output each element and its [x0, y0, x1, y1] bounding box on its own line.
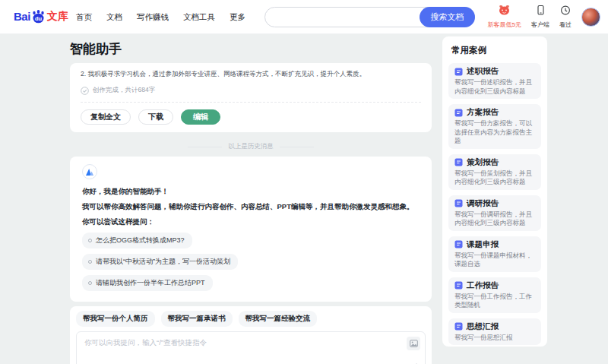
doc-case-icon	[454, 109, 463, 117]
case-desc: 帮我写一份方案报告，可以选择任意内容为方案报告主题	[454, 119, 538, 146]
case-card-sixiang[interactable]: 思想汇报 帮我写一份思想汇报	[448, 318, 541, 346]
case-title: 思想汇报	[467, 321, 499, 332]
case-card-fangan[interactable]: 方案报告 帮我写一份方案报告，可以选择任意内容为方案报告主题	[448, 104, 541, 149]
case-title: 工作报告	[467, 280, 499, 291]
case-card-shuzhi[interactable]: 述职报告 帮我写一份述职报告，并且内容细化到三级内容标题	[448, 63, 541, 99]
edit-button[interactable]: 编辑	[181, 109, 220, 125]
message-input-box: 0/400	[76, 331, 426, 364]
download-button[interactable]: 下载	[138, 109, 173, 125]
quick-prompt-row: 帮我写一份个人简历 帮我写一篇承诺书 帮我写一篇经验交流	[76, 311, 426, 327]
copy-full-text-button[interactable]: 复制全文	[81, 109, 131, 125]
nav-item-tools[interactable]: 文档工具	[183, 12, 215, 23]
promo-entry[interactable]: 新客最低5元	[488, 5, 521, 29]
image-upload-icon	[410, 340, 418, 347]
nav-item-home[interactable]: 首页	[76, 12, 92, 23]
logo-text-wenku: 文库	[47, 10, 68, 24]
promo-icon	[498, 5, 511, 19]
doc-case-icon	[454, 240, 463, 248]
divider-line-right	[280, 147, 314, 147]
header-actions: 新客最低5元 客户端 看过	[488, 5, 600, 29]
promo-label: 新客最低5元	[488, 21, 521, 29]
viewed-label: 看过	[559, 21, 572, 29]
suggestion-chip[interactable]: 请辅助我创作一份半年工作总结PPT	[82, 275, 213, 291]
divider-line-left	[188, 147, 222, 147]
quick-prompt-experience[interactable]: 帮我写一篇经验交流	[239, 311, 318, 327]
suggestion-text: 请辅助我创作一份半年工作总结PPT	[96, 278, 205, 288]
history-divider: 以上是历史消息	[70, 142, 432, 151]
case-card-gongzuo[interactable]: 工作报告 帮我写一份工作报告，工作类型随机	[448, 277, 541, 313]
client-entry[interactable]: 客户端	[531, 5, 549, 29]
history-divider-text: 以上是历史消息	[228, 142, 274, 151]
case-title: 方案报告	[467, 107, 499, 118]
case-desc: 帮我写一份工作报告，工作类型随机	[454, 293, 538, 310]
case-desc: 帮我写一份调研报告，并且内容细化到三级内容标题	[454, 210, 538, 228]
search-bar: 搜索文档	[264, 7, 475, 27]
common-cases-panel: 常用案例 述职报告 帮我写一份述职报告，并且内容细化到三级内容标题 方案报告 帮…	[442, 36, 547, 347]
svg-text:du: du	[35, 15, 43, 22]
cases-panel-title: 常用案例	[451, 45, 541, 56]
assistant-main: 智能助手 2. 我积极寻求学习机会，通过参加外部专业讲座、网络课程等方式，不断扩…	[70, 34, 432, 364]
assistant-logo-icon	[85, 168, 94, 176]
case-desc: 帮我写一份策划报告，并且内容细化到三级内容标题	[454, 169, 538, 187]
clock-icon	[560, 5, 571, 19]
check-circle-icon	[81, 87, 89, 95]
phone-icon	[536, 5, 546, 19]
doc-case-icon	[454, 281, 463, 290]
quick-prompt-commitment[interactable]: 帮我写一篇承诺书	[161, 311, 233, 327]
history-actions: 复制全文 下载 编辑	[81, 109, 421, 125]
case-desc: 帮我写一份述职报告，并且内容细化到三级内容标题	[454, 78, 538, 96]
case-title: 调研报告	[467, 198, 499, 209]
suggestion-chip[interactable]: 怎么把OGG格式转换成MP3?	[82, 233, 192, 248]
case-title: 策划报告	[467, 157, 499, 168]
enter-key-icon[interactable]	[409, 360, 418, 364]
history-tail-text: 2. 我积极寻求学习机会，通过参加外部专业讲座、网络课程等方式，不断扩充见识，提…	[81, 69, 421, 78]
quick-prompt-resume[interactable]: 帮我写一份个人简历	[76, 311, 155, 327]
case-title: 述职报告	[467, 66, 499, 77]
top-header: Bai du 文库 首页 文档 写作赚钱 文档工具 更多 搜索文档	[0, 0, 608, 34]
case-card-diaoyan[interactable]: 调研报告 帮我写一份调研报告，并且内容细化到三级内容标题	[448, 195, 541, 231]
composer-card: 帮我写一份个人简历 帮我写一篇承诺书 帮我写一篇经验交流 0/400	[70, 306, 432, 364]
history-message-card: 2. 我积极寻求学习机会，通过参加外部专业讲座、网络课程等方式，不断扩充见识，提…	[70, 63, 432, 132]
main-nav: 首页 文档 写作赚钱 文档工具 更多	[76, 0, 245, 34]
nav-item-more[interactable]: 更多	[230, 12, 245, 23]
nav-item-earn[interactable]: 写作赚钱	[137, 12, 169, 23]
logo-text-bai: Bai	[14, 10, 30, 23]
client-label: 客户端	[531, 21, 549, 29]
baidu-wenku-logo[interactable]: Bai du 文库	[14, 9, 68, 24]
assistant-avatar	[82, 164, 97, 179]
page-title: 智能助手	[70, 40, 432, 58]
case-title: 课题申报	[467, 239, 499, 250]
search-button[interactable]: 搜索文档	[420, 7, 475, 27]
dashed-separator	[81, 102, 421, 103]
case-desc: 帮我写一份思想汇报	[454, 334, 538, 343]
suggestion-text: 请帮我以“中秋活动”为主题，写一份活动策划	[96, 257, 230, 267]
suggestion-chip[interactable]: 请帮我以“中秋活动”为主题，写一份活动策划	[82, 254, 238, 270]
case-desc: 帮我写一份课题申报材料，课题自选	[454, 252, 538, 269]
creation-status-text: 创作完成，共计684字	[93, 86, 155, 95]
viewed-entry[interactable]: 看过	[559, 5, 572, 29]
creation-status: 创作完成，共计684字	[81, 86, 421, 95]
bullet-circle-icon	[88, 239, 92, 242]
message-input[interactable]	[77, 332, 425, 364]
paw-icon: du	[31, 9, 46, 24]
doc-case-icon	[454, 199, 463, 207]
greeting-line-2: 我可以帮你高效解答问题，辅助你进行内容创作、内容总结、PPT编辑等，并且帮助你激…	[82, 201, 420, 211]
user-avatar[interactable]	[581, 8, 600, 27]
case-card-cehua[interactable]: 策划报告 帮我写一份策划报告，并且内容细化到三级内容标题	[448, 154, 541, 190]
image-upload-button[interactable]	[407, 337, 420, 350]
bullet-circle-icon	[88, 281, 92, 285]
greeting-line-3: 你可以尝试这样提问：	[82, 217, 420, 226]
nav-item-docs[interactable]: 文档	[106, 12, 122, 23]
suggestion-text: 怎么把OGG格式转换成MP3?	[96, 236, 185, 245]
suggestion-list: 怎么把OGG格式转换成MP3? 请帮我以“中秋活动”为主题，写一份活动策划 请辅…	[82, 233, 420, 291]
doc-case-icon	[454, 158, 463, 166]
bullet-circle-icon	[88, 260, 92, 264]
doc-case-icon	[454, 68, 463, 76]
case-card-keti[interactable]: 课题申报 帮我写一份课题申报材料，课题自选	[448, 236, 541, 272]
greeting-line-1: 你好，我是你的智能助手！	[82, 186, 420, 196]
doc-case-icon	[454, 322, 463, 331]
greeting-card: 你好，我是你的智能助手！ 我可以帮你高效解答问题，辅助你进行内容创作、内容总结、…	[70, 157, 432, 302]
